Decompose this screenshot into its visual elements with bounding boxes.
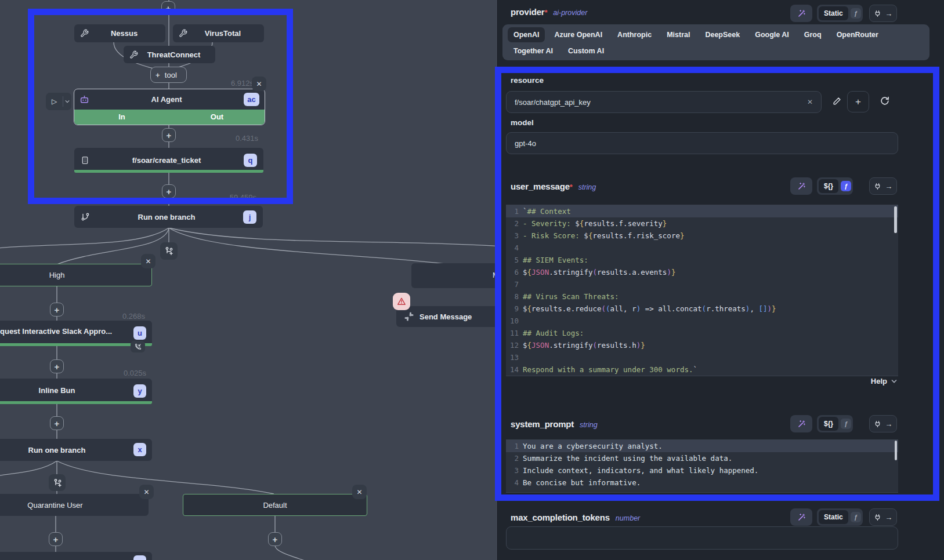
input-mode-toggle[interactable]: Static ƒ xyxy=(817,5,863,22)
resource-input[interactable]: f/soar/chatgpt_api_key ✕ xyxy=(506,91,822,113)
clear-icon[interactable]: ✕ xyxy=(807,98,813,106)
node-partial-bottom[interactable] xyxy=(0,552,152,560)
add-branch-button[interactable] xyxy=(49,474,66,491)
ai-autofill-button[interactable] xyxy=(790,5,812,22)
refresh-icon[interactable] xyxy=(880,96,890,106)
branch-icon xyxy=(81,212,90,221)
connect-io-buttons[interactable]: → xyxy=(869,508,897,526)
code-line: 10 xyxy=(506,315,898,327)
add-step-connector[interactable]: + xyxy=(162,128,176,142)
close-icon[interactable]: ✕ xyxy=(139,485,154,499)
provider-tab-anthropic[interactable]: Anthropic xyxy=(612,27,657,42)
input-mode-toggle[interactable]: ${} ƒ xyxy=(817,177,853,195)
provider-tab-google-ai[interactable]: Google AI xyxy=(749,27,795,42)
tool-handle[interactable]: + tool xyxy=(150,67,187,83)
plug-icon[interactable] xyxy=(874,420,881,428)
chevron-down-icon[interactable] xyxy=(63,100,71,103)
function-mode-icon[interactable]: ƒ xyxy=(841,181,851,191)
connect-io-buttons[interactable]: → xyxy=(869,5,897,22)
input-mode-toggle[interactable]: ${} ƒ xyxy=(817,415,853,432)
workflow-canvas[interactable]: + Nessus VirusTotal ThreatConnect + tool xyxy=(0,0,498,560)
add-step-connector[interactable]: + xyxy=(268,532,282,546)
code-line: 14Respond with a summary under 300 words… xyxy=(506,363,898,376)
ai-autofill-button[interactable] xyxy=(790,177,812,195)
node-threatconnect[interactable]: ThreatConnect xyxy=(124,46,215,63)
mode-expression-label[interactable]: ${} xyxy=(819,179,838,193)
close-icon[interactable]: ✕ xyxy=(141,254,155,268)
play-icon[interactable]: ▷ xyxy=(46,97,63,106)
provider-tab-openrouter[interactable]: OpenRouter xyxy=(831,27,884,42)
close-icon[interactable]: ✕ xyxy=(352,485,367,499)
branch-node-high[interactable]: High xyxy=(0,264,152,286)
mode-static-label[interactable]: Static xyxy=(819,510,848,524)
node-run-one-branch-1[interactable]: Run one branch j xyxy=(74,206,263,228)
code-line: 5## SIEM Events: xyxy=(506,254,898,266)
function-mode-icon[interactable]: ƒ xyxy=(851,8,861,19)
input-mode-toggle[interactable]: Static ƒ xyxy=(817,508,863,526)
ai-autofill-button[interactable] xyxy=(790,508,812,526)
field-name: system_prompt xyxy=(511,419,574,429)
arrow-right-icon[interactable]: → xyxy=(885,420,892,428)
provider-tab-mistral[interactable]: Mistral xyxy=(661,27,696,42)
plug-icon[interactable] xyxy=(874,183,881,190)
add-branch-button[interactable] xyxy=(160,242,178,260)
node-nessus[interactable]: Nessus xyxy=(74,24,165,42)
close-icon[interactable]: ✕ xyxy=(252,77,266,91)
provider-tab-deepseek[interactable]: DeepSeek xyxy=(699,27,746,42)
plug-icon[interactable] xyxy=(874,10,881,17)
node-send-message[interactable]: Send Message xyxy=(396,306,498,327)
model-input[interactable]: gpt-4o xyxy=(506,132,898,154)
ai-autofill-button[interactable] xyxy=(790,415,812,432)
add-step-connector[interactable]: + xyxy=(50,359,64,373)
branch-node-default[interactable]: Default xyxy=(183,494,367,516)
help-label[interactable]: Help xyxy=(871,377,887,386)
add-step-connector[interactable]: + xyxy=(50,416,64,430)
add-step-connector[interactable]: + xyxy=(50,303,64,317)
provider-tab-together-ai[interactable]: Together AI xyxy=(508,43,559,59)
provider-tab-openai[interactable]: OpenAI xyxy=(508,27,545,42)
function-mode-icon[interactable]: ƒ xyxy=(851,512,861,522)
function-mode-icon[interactable]: ƒ xyxy=(841,419,851,429)
max-tokens-input[interactable] xyxy=(506,526,898,550)
code-line: 9${results.e.reduce((all, r) => all.conc… xyxy=(506,303,898,315)
edit-pencil-icon[interactable] xyxy=(832,96,842,106)
add-step-connector[interactable]: + xyxy=(49,532,63,546)
node-run-one-branch-2[interactable]: Run one branch x xyxy=(0,439,152,461)
agent-in-tab[interactable]: In xyxy=(74,110,169,125)
node-badge: x xyxy=(133,443,146,456)
run-node-button-group[interactable]: ▷ xyxy=(46,93,71,110)
wrench-icon xyxy=(129,50,138,59)
arrow-right-icon[interactable]: → xyxy=(885,182,892,191)
branch-label: High xyxy=(0,271,151,279)
agent-out-tab[interactable]: Out xyxy=(169,110,265,125)
scrollbar-thumb[interactable] xyxy=(895,441,897,460)
connect-io-buttons[interactable]: → xyxy=(869,415,897,432)
branch-node-hidden[interactable]: M xyxy=(411,263,498,288)
add-resource-button[interactable]: + xyxy=(847,91,869,112)
connect-io-buttons[interactable]: → xyxy=(869,177,897,195)
arrow-right-icon[interactable]: → xyxy=(885,513,892,522)
system-prompt-editor[interactable]: 1You are a cybersecurity analyst.2Summar… xyxy=(506,439,898,493)
provider-tab-custom-ai[interactable]: Custom AI xyxy=(562,43,610,59)
user-message-editor[interactable]: 1`## Context2- Severity: ${results.f.sev… xyxy=(506,205,898,376)
node-inline-bun[interactable]: Inline Bun y xyxy=(0,379,152,404)
arrow-right-icon[interactable]: → xyxy=(885,9,892,18)
plug-icon[interactable] xyxy=(874,514,881,521)
node-ai-agent[interactable]: AI Agent ac In Out xyxy=(74,89,265,125)
provider-tabs: OpenAIAzure OpenAIAnthropicMistralDeepSe… xyxy=(502,24,929,60)
mode-expression-label[interactable]: ${} xyxy=(819,417,838,431)
help-toggle[interactable]: Help xyxy=(790,377,897,386)
add-step-connector[interactable]: + xyxy=(162,184,176,198)
node-slack-approval[interactable]: quest Interactive Slack Appro... u xyxy=(0,321,152,346)
provider-tab-groq[interactable]: Groq xyxy=(798,27,827,42)
node-virustotal[interactable]: VirusTotal xyxy=(173,24,264,42)
branch-node-quarantine-user[interactable]: Quarantine User xyxy=(0,494,149,516)
scrollbar-thumb[interactable] xyxy=(894,206,897,233)
node-badge: j xyxy=(243,210,256,224)
mode-static-label[interactable]: Static xyxy=(819,6,848,20)
add-step-connector[interactable]: + xyxy=(161,1,175,15)
node-create-ticket[interactable]: f/soar/create_ticket q xyxy=(74,148,263,173)
phone-incoming-icon xyxy=(135,343,142,350)
provider-tab-azure-openai[interactable]: Azure OpenAI xyxy=(548,27,608,42)
action-config-panel: provider* ai-provider Static ƒ → OpenAIA… xyxy=(498,0,944,560)
